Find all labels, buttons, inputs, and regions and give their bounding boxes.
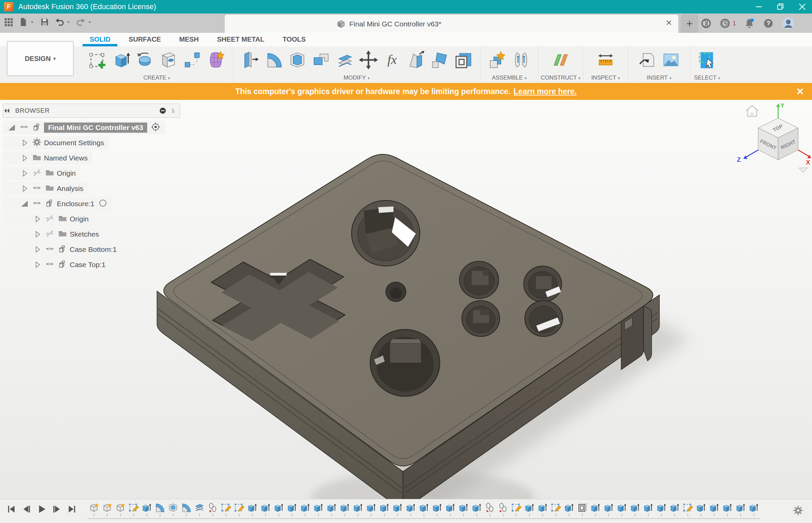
shell-button[interactable] [287, 48, 307, 72]
ribbon-tab-solid[interactable]: SOLID [80, 33, 119, 47]
scale-button[interactable] [429, 48, 450, 72]
timeline-feature-shell[interactable] [167, 502, 180, 517]
restore-icon[interactable] [775, 2, 786, 12]
group-label-insert[interactable]: INSERT [628, 74, 690, 81]
expander-collapsed-icon[interactable] [33, 215, 42, 223]
pattern-button[interactable] [182, 48, 202, 72]
browser-item-named-views[interactable]: Named Views [3, 151, 92, 165]
hole-button[interactable] [158, 48, 178, 72]
timeline-feature-joint[interactable] [483, 502, 496, 517]
timeline-feature-extrude[interactable] [734, 502, 747, 517]
ribbon-tab-sheet-metal[interactable]: SHEET METAL [208, 33, 274, 47]
button-hole-a[interactable] [459, 262, 499, 299]
ribbon-tab-tools[interactable]: TOOLS [273, 33, 315, 47]
document-close-icon[interactable] [665, 19, 673, 27]
workspace-selector[interactable]: DESIGN [7, 41, 74, 76]
timeline-feature-joint[interactable] [206, 502, 219, 517]
go-to-end-button[interactable] [67, 504, 77, 514]
expander-collapsed-icon[interactable] [33, 230, 42, 239]
undo-button[interactable] [55, 17, 71, 27]
timeline-feature-extrude[interactable] [721, 502, 734, 517]
timeline-feature-fillet[interactable] [180, 502, 193, 517]
joint-button[interactable] [511, 48, 531, 72]
group-label-construct[interactable]: CONSTRUCT [538, 74, 583, 81]
extensions-button[interactable] [700, 18, 712, 29]
timeline-feature-component-new[interactable] [87, 502, 100, 517]
timeline-feature-extrude[interactable] [298, 502, 311, 517]
timeline-feature-extrude[interactable] [417, 502, 430, 517]
expander-collapsed-icon[interactable] [20, 184, 29, 193]
timeline-feature-extrude[interactable] [562, 502, 575, 517]
fillet-button[interactable] [264, 48, 284, 72]
expander-collapsed-icon[interactable] [33, 260, 42, 269]
radio-icon[interactable] [151, 122, 161, 132]
timeline-feature-extrude[interactable] [404, 502, 417, 517]
timeline-feature-extrude[interactable] [325, 502, 338, 517]
timeline-feature-extrude[interactable] [536, 502, 549, 517]
component-icon[interactable] [58, 244, 68, 254]
replace-face-button[interactable] [453, 48, 473, 72]
group-label-modify[interactable]: MODIFY [233, 74, 480, 81]
browser-item-origin[interactable]: Origin [3, 212, 93, 226]
timeline-feature-extrude[interactable] [443, 502, 457, 517]
timeline-feature-extrude[interactable] [602, 502, 615, 517]
home-icon[interactable] [746, 106, 758, 116]
eye-icon[interactable] [19, 122, 29, 132]
extrude-button[interactable] [111, 48, 131, 72]
select-button[interactable] [697, 48, 717, 72]
draft-button[interactable] [406, 48, 426, 72]
timeline-feature-extrude[interactable] [391, 502, 404, 517]
browser-item-final-mini-gc-controller-v63[interactable]: Final Mini GC Controller v63 [3, 121, 166, 134]
redo-button[interactable] [76, 17, 92, 27]
timeline-feature-extrude[interactable] [668, 502, 681, 517]
browser-item-analysis[interactable]: Analysis [3, 182, 88, 195]
timeline-feature-sketch[interactable] [219, 502, 232, 517]
app-grid-button[interactable] [3, 17, 14, 27]
timeline-settings-gear-icon[interactable] [792, 505, 804, 516]
timeline-feature-fillet[interactable] [153, 502, 167, 517]
timeline-feature-extrude[interactable] [747, 502, 760, 517]
help-button[interactable]: ? [762, 18, 774, 29]
timeline-feature-extrude[interactable] [655, 502, 668, 517]
timeline-feature-extrude[interactable] [378, 502, 391, 517]
timeline-feature-extrude[interactable] [430, 502, 443, 517]
timeline-feature-extrude[interactable] [272, 502, 285, 517]
minimize-icon[interactable] [754, 2, 764, 12]
component-icon[interactable] [58, 259, 68, 269]
timeline-feature-frame[interactable] [575, 502, 589, 517]
cstick-hole[interactable] [370, 329, 440, 396]
create-form-button[interactable] [206, 48, 226, 72]
timeline-feature-extrude[interactable] [615, 502, 628, 517]
timeline-feature-extrude[interactable] [641, 502, 655, 517]
timeline-feature-extrude[interactable] [140, 502, 153, 517]
gear-icon[interactable] [32, 137, 42, 147]
job-status-button[interactable]: 1 [719, 18, 736, 29]
viewcube-menu-caret[interactable] [799, 168, 807, 172]
group-label-select[interactable]: SELECT [690, 74, 724, 81]
banner-close-icon[interactable]: ✕ [794, 86, 806, 97]
expander-collapsed-icon[interactable] [20, 169, 29, 178]
timeline-feature-extrude[interactable] [628, 502, 641, 517]
eye-off-icon[interactable] [45, 229, 55, 239]
timeline-feature-extrude[interactable] [457, 502, 470, 517]
expander-expanded-icon[interactable] [20, 199, 29, 208]
file-button[interactable] [18, 17, 35, 27]
timeline-feature-component-new[interactable] [114, 502, 127, 517]
document-tab[interactable]: Final Mini GC Controller v63* [224, 14, 679, 33]
browser-item-sketches[interactable]: Sketches [3, 228, 103, 241]
expander-collapsed-icon[interactable] [33, 245, 42, 254]
pin-hole[interactable] [386, 282, 406, 302]
new-component-button[interactable] [487, 48, 508, 72]
eye-off-icon[interactable] [32, 167, 42, 178]
ribbon-tab-surface[interactable]: SURFACE [119, 33, 170, 47]
button-hole-y[interactable] [525, 301, 563, 337]
combine-button[interactable] [311, 48, 331, 72]
insert-derive-button[interactable] [637, 48, 657, 72]
timeline-feature-extrude[interactable] [259, 502, 272, 517]
notifications-button[interactable] [744, 18, 755, 29]
ribbon-tab-mesh[interactable]: MESH [170, 33, 208, 47]
timeline-feature-sketch[interactable] [510, 502, 523, 517]
close-icon[interactable] [797, 2, 807, 12]
button-hole-b[interactable] [524, 266, 562, 302]
timeline-feature-extrude[interactable] [589, 502, 602, 517]
